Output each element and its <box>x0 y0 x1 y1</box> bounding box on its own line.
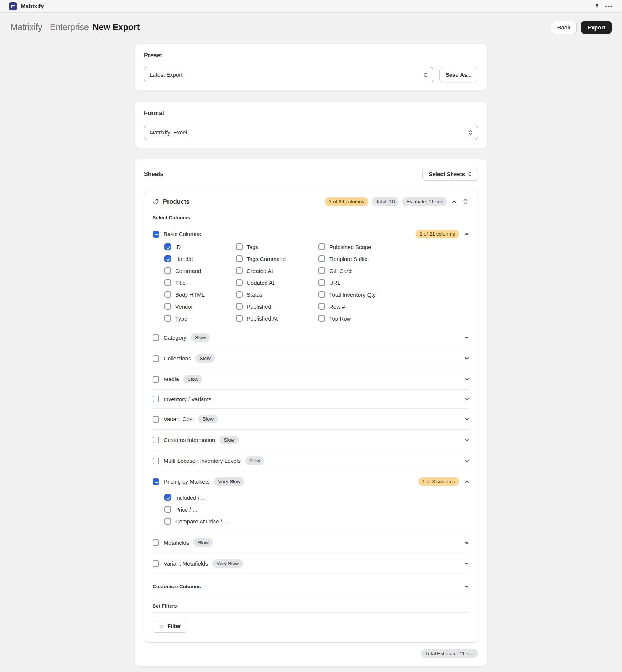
checkbox-created-at[interactable] <box>236 267 243 274</box>
checkbox-category[interactable] <box>153 334 159 341</box>
chevron-down-icon[interactable] <box>464 377 469 382</box>
chevron-down-icon[interactable] <box>464 561 469 566</box>
checkbox-customs-information[interactable] <box>153 437 159 443</box>
column-group-multi-location-inventory-levels[interactable]: Multi-Location Inventory LevelsSlow <box>153 450 469 471</box>
column-option-published[interactable]: Published <box>236 303 318 310</box>
checkbox-command[interactable] <box>164 267 171 274</box>
column-option-tags[interactable]: Tags <box>236 243 318 250</box>
chevron-down-icon[interactable] <box>464 335 469 340</box>
export-button-header[interactable]: Export <box>581 21 612 34</box>
chevron-down-icon[interactable] <box>464 356 469 361</box>
column-option-compare-at-price[interactable]: Compare At Price / ... <box>164 518 469 525</box>
column-option-handle[interactable]: Handle <box>164 255 236 262</box>
checkbox-top-row[interactable] <box>318 315 325 322</box>
checkbox-compare-at-price[interactable] <box>164 518 171 525</box>
column-option-id[interactable]: ID <box>164 243 236 250</box>
column-group-category[interactable]: CategorySlow <box>153 327 469 348</box>
format-select[interactable]: Matrixify: Excel <box>144 125 478 140</box>
chevron-down-icon[interactable] <box>464 417 469 422</box>
column-group-collections[interactable]: CollectionsSlow <box>153 348 469 369</box>
checkbox-variant-cost[interactable] <box>153 416 159 423</box>
column-group-media[interactable]: MediaSlow <box>153 369 469 390</box>
checkbox-basic-columns[interactable] <box>153 231 159 238</box>
column-option-status[interactable]: Status <box>236 291 318 298</box>
column-option-type[interactable]: Type <box>164 315 236 322</box>
chevron-down-icon[interactable] <box>464 458 469 464</box>
column-option-template-suffix[interactable]: Template Suffix <box>318 255 376 262</box>
checkbox-title[interactable] <box>164 279 171 286</box>
column-group-pricing-by-markets[interactable]: Pricing by Markets Very Slow 1 of 3 colu… <box>153 471 469 492</box>
column-option-command[interactable]: Command <box>164 267 236 274</box>
column-option-top-row[interactable]: Top Row <box>318 315 376 322</box>
chevron-down-icon[interactable] <box>464 540 469 545</box>
collapse-sheet-chevron-up-icon[interactable] <box>451 198 458 206</box>
column-option-published-scope[interactable]: Published Scope <box>318 243 376 250</box>
column-option-title[interactable]: Title <box>164 279 236 286</box>
checkbox-price[interactable] <box>164 506 171 513</box>
column-option-updated-at[interactable]: Updated At <box>236 279 318 286</box>
format-card: Format Matrixify: Excel <box>135 101 487 149</box>
checkbox-published-scope[interactable] <box>318 243 325 250</box>
column-option-price[interactable]: Price / ... <box>164 506 469 513</box>
column-group-metafields[interactable]: MetafieldsSlow <box>153 532 469 553</box>
column-option-label: Included / ... <box>175 494 206 501</box>
checkbox-total-inventory-qty[interactable] <box>318 291 325 298</box>
checkbox-published-at[interactable] <box>236 315 243 322</box>
preset-card: Preset Latest Export Save As... <box>135 44 487 91</box>
column-option-url[interactable]: URL <box>318 279 376 286</box>
checkbox-collections[interactable] <box>153 355 159 362</box>
preset-select[interactable]: Latest Export <box>144 67 433 82</box>
column-group-inventory-variants[interactable]: Inventory / Variants <box>153 390 469 409</box>
checkbox-included[interactable] <box>164 494 171 501</box>
checkbox-body-html[interactable] <box>164 291 171 298</box>
column-group-customs-information[interactable]: Customs InformationSlow <box>153 430 469 450</box>
column-group-variant-cost[interactable]: Variant CostSlow <box>153 409 469 430</box>
checkbox-tags[interactable] <box>236 243 243 250</box>
column-group-basic-columns[interactable]: Basic Columns 2 of 21 columns <box>153 224 469 243</box>
checkbox-variant-metafields[interactable] <box>153 560 159 567</box>
checkbox-pricing-by-markets[interactable] <box>153 478 159 485</box>
column-option-tags-command[interactable]: Tags Command <box>236 255 318 262</box>
estimate-badge: Estimate: 11 sec <box>402 197 447 206</box>
checkbox-inventory-variants[interactable] <box>153 396 159 402</box>
customize-columns-row[interactable]: Customize Columns <box>153 584 469 593</box>
column-group-variant-metafields[interactable]: Variant MetafieldsVery Slow <box>153 553 469 574</box>
chevron-up-icon[interactable] <box>464 479 469 484</box>
checkbox-url[interactable] <box>318 279 325 286</box>
breadcrumb-app[interactable]: Matrixify - Enterprise <box>10 22 89 32</box>
column-option-included[interactable]: Included / ... <box>164 494 469 501</box>
checkbox-published[interactable] <box>236 303 243 310</box>
column-option-total-inventory-qty[interactable]: Total Inventory Qty <box>318 291 376 298</box>
select-sheets-button[interactable]: Select Sheets <box>422 168 478 181</box>
chevron-down-icon[interactable] <box>464 584 469 589</box>
filter-button[interactable]: Filter <box>153 620 187 633</box>
checkbox-multi-location-inventory-levels[interactable] <box>153 458 159 464</box>
chevron-down-icon[interactable] <box>464 396 469 402</box>
chevron-down-icon[interactable] <box>464 437 469 443</box>
checkbox-id[interactable] <box>164 243 171 250</box>
checkbox-updated-at[interactable] <box>236 279 243 286</box>
delete-sheet-trash-icon[interactable] <box>461 197 469 206</box>
column-option-row[interactable]: Row # <box>318 303 376 310</box>
chevron-up-icon[interactable] <box>464 232 469 237</box>
pin-icon[interactable] <box>593 2 601 10</box>
column-option-published-at[interactable]: Published At <box>236 315 318 322</box>
checkbox-gift-card[interactable] <box>318 267 325 274</box>
column-option-body-html[interactable]: Body HTML <box>164 291 236 298</box>
checkbox-metafields[interactable] <box>153 539 159 546</box>
overflow-menu-icon[interactable]: ••• <box>605 3 613 9</box>
back-button[interactable]: Back <box>551 21 577 34</box>
save-as-button[interactable]: Save As... <box>439 67 478 82</box>
checkbox-tags-command[interactable] <box>236 255 243 262</box>
column-option-vendor[interactable]: Vendor <box>164 303 236 310</box>
column-option-gift-card[interactable]: Gift Card <box>318 267 376 274</box>
checkbox-handle[interactable] <box>164 255 171 262</box>
checkbox-row[interactable] <box>318 303 325 310</box>
checkbox-vendor[interactable] <box>164 303 171 310</box>
column-option-created-at[interactable]: Created At <box>236 267 318 274</box>
checkbox-media[interactable] <box>153 376 159 383</box>
checkbox-template-suffix[interactable] <box>318 255 325 262</box>
column-option-label: Top Row <box>329 315 351 322</box>
checkbox-status[interactable] <box>236 291 243 298</box>
checkbox-type[interactable] <box>164 315 171 322</box>
